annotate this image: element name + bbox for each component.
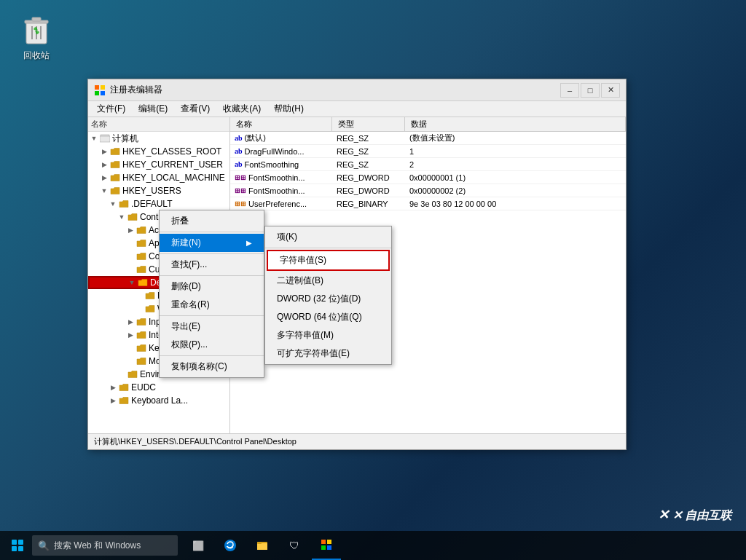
ctx-item-delete[interactable]: 删除(D) [160, 277, 264, 296]
sub-ctx-item-qword64[interactable]: QWORD (64 位)值(Q) [265, 308, 391, 326]
table-row[interactable]: ⊞⊞ UserPreferenc... REG_BINARY 9e 3e 03 … [230, 197, 626, 210]
expand-icon [126, 344, 135, 352]
folder-icon [110, 147, 120, 156]
sub-ctx-item-dword32[interactable]: DWORD (32 位)值(D) [265, 290, 391, 308]
store-button[interactable]: 🛡 [280, 531, 309, 560]
ctx-separator [160, 275, 264, 276]
folder-icon [119, 396, 129, 405]
ctx-item-new[interactable]: 新建(N) ▶ [160, 234, 264, 252]
table-row[interactable]: ab (默认) REG_SZ (数值未设置) [230, 132, 626, 145]
cell-name: ⊞⊞ UserPreferenc... [230, 200, 332, 208]
folder-icon [145, 304, 155, 313]
expand-icon: ▼ [117, 213, 126, 221]
tree-item-eudc[interactable]: ▶ EUDC [88, 381, 229, 394]
table-row[interactable]: ab FontSmoothing REG_SZ 2 [230, 158, 626, 171]
expand-icon: ▶ [109, 383, 117, 392]
menu-view[interactable]: 查看(V) [175, 101, 216, 117]
sub-ctx-item-string[interactable]: 字符串值(S) [267, 250, 390, 271]
recycle-bin[interactable]: 回收站 [15, 15, 58, 62]
sub-context-menu: 项(K) 字符串值(S) 二进制值(B) DWORD (32 位)值(D) QW… [264, 226, 392, 365]
recycle-bin-icon [22, 15, 51, 47]
expand-icon: ▶ [100, 173, 109, 182]
folder-icon [110, 186, 120, 195]
folder-icon [136, 318, 146, 326]
cell-name: ab (默认) [230, 133, 332, 143]
folder-icon [136, 226, 146, 234]
tree-item-classes[interactable]: ▶ HKEY_CLASSES_ROOT [88, 145, 229, 158]
tree-item-local-machine[interactable]: ▶ HKEY_LOCAL_MACHINE [88, 171, 229, 184]
close-button[interactable]: ✕ [601, 83, 620, 98]
folder-icon [127, 213, 138, 221]
search-bar[interactable]: 🔍 搜索 Web 和 Windows [32, 535, 178, 556]
ctx-item-find[interactable]: 查找(F)... [160, 256, 264, 274]
ctx-item-copy-name[interactable]: 复制项名称(C) [160, 358, 264, 376]
column-headers: 名称 类型 数据 [230, 117, 626, 132]
ctx-item-export[interactable]: 导出(E) [160, 318, 264, 336]
svg-rect-8 [95, 91, 99, 95]
sub-ctx-item-key[interactable]: 项(K) [265, 228, 391, 246]
expand-icon: ▼ [109, 200, 117, 208]
maximize-button[interactable]: □ [581, 83, 600, 98]
svg-rect-15 [257, 542, 262, 544]
tree-item-users[interactable]: ▼ HKEY_USERS [88, 184, 229, 197]
menu-file[interactable]: 文件(F) [91, 101, 131, 117]
folder-icon [136, 344, 146, 352]
tree-item-current-user[interactable]: ▶ HKEY_CURRENT_USER [88, 158, 229, 171]
tree-item-keyboard-la[interactable]: ▶ Keyboard La... [88, 394, 229, 407]
recycle-bin-label: 回收站 [23, 50, 50, 62]
explorer-button[interactable] [248, 531, 277, 560]
taskbar-center: ⬜ 🛡 [184, 531, 341, 560]
menu-favorites[interactable]: 收藏夹(A) [217, 101, 267, 117]
svg-rect-7 [101, 85, 105, 90]
cell-data: 0x00000001 (1) [405, 173, 626, 182]
folder-icon [136, 239, 146, 248]
desktop: 回收站 注册表编辑器 – □ ✕ 文件(F) 编辑(E) [0, 0, 746, 560]
menu-help[interactable]: 帮助(H) [268, 101, 310, 117]
sub-ctx-item-multistring[interactable]: 多字符串值(M) [265, 326, 391, 344]
cell-data: 9e 3e 03 80 12 00 00 00 [405, 200, 626, 208]
submenu-arrow: ▶ [246, 239, 252, 247]
sub-ctx-item-expandstring[interactable]: 可扩充字符串值(E) [265, 344, 391, 363]
svg-rect-14 [257, 543, 267, 550]
edge-button[interactable] [216, 531, 245, 560]
reg-icon-dword: ⊞⊞ [235, 174, 246, 181]
col-header-name: 名称 [230, 117, 332, 131]
ctx-item-collapse[interactable]: 折叠 [160, 212, 264, 230]
folder-icon [127, 370, 138, 379]
expand-icon [135, 291, 144, 300]
expand-icon: ▶ [126, 331, 135, 339]
tree-item-default[interactable]: ▼ .DEFAULT [88, 197, 229, 210]
table-row[interactable]: ⊞⊞ FontSmoothin... REG_DWORD 0x00000002 … [230, 184, 626, 197]
ctx-separator [160, 355, 264, 356]
regedit-app-icon [94, 84, 106, 96]
expand-icon: ▶ [109, 396, 117, 405]
cell-type: REG_DWORD [332, 186, 405, 195]
taskview-button[interactable]: ⬜ [184, 531, 213, 560]
taskbar: 🔍 搜索 Web 和 Windows ⬜ [0, 531, 746, 560]
start-button[interactable] [3, 531, 32, 560]
expand-icon: ▶ [126, 226, 135, 234]
table-row[interactable]: ab DragFullWindo... REG_SZ 1 [230, 145, 626, 158]
computer-icon [100, 134, 110, 143]
sub-ctx-separator [265, 248, 391, 248]
explorer-icon [256, 539, 269, 552]
folder-icon [119, 383, 129, 392]
svg-rect-19 [327, 545, 331, 550]
regedit-taskbar-button[interactable] [312, 531, 341, 560]
menu-edit[interactable]: 编辑(E) [133, 101, 173, 117]
window-title: 注册表编辑器 [110, 84, 560, 96]
expand-icon: ▶ [126, 318, 135, 326]
ctx-item-rename[interactable]: 重命名(R) [160, 296, 264, 314]
sub-ctx-item-binary[interactable]: 二进制值(B) [265, 272, 391, 290]
table-row[interactable]: ⊞⊞ FontSmoothin... REG_DWORD 0x00000001 … [230, 171, 626, 184]
minimize-button[interactable]: – [560, 83, 579, 98]
cell-name: ⊞⊞ FontSmoothin... [230, 186, 332, 195]
folder-icon [136, 331, 146, 339]
cell-type: REG_SZ [332, 134, 405, 143]
svg-rect-6 [95, 85, 99, 90]
cell-name: ⊞⊞ FontSmoothin... [230, 173, 332, 182]
cell-data: 2 [405, 160, 626, 169]
tree-item-computer[interactable]: ▼ 计算机 [88, 132, 229, 145]
expand-icon: ▼ [90, 134, 98, 143]
ctx-item-permissions[interactable]: 权限(P)... [160, 336, 264, 354]
